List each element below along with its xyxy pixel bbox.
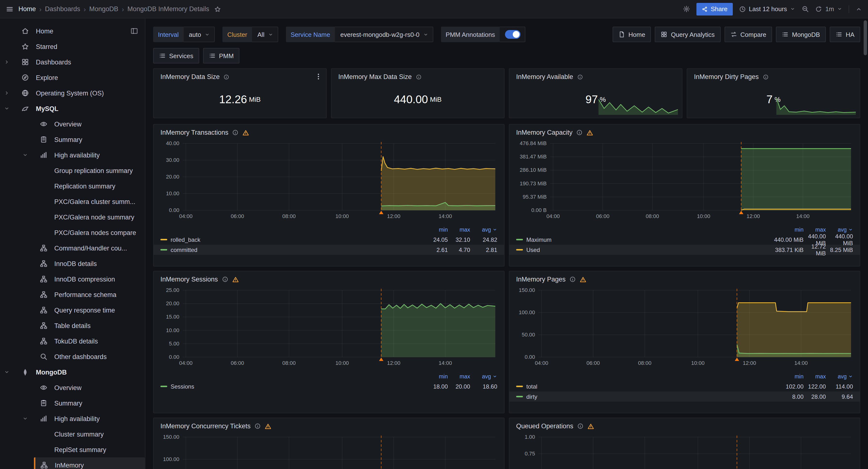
sidebar-item-operating-system-os[interactable]: Operating System (OS) xyxy=(0,85,145,101)
home-button[interactable]: Home xyxy=(612,27,651,42)
chevron-right-icon[interactable] xyxy=(4,90,20,96)
legend-sort-max[interactable]: max xyxy=(804,374,826,379)
legend-sort-avg[interactable]: avg xyxy=(826,227,853,232)
series-name[interactable]: committed xyxy=(170,246,197,253)
warning-icon[interactable] xyxy=(265,423,271,430)
sidebar-item-dashboards[interactable]: Dashboards xyxy=(0,54,145,70)
sidebar-item-inmemory[interactable]: InMemory xyxy=(34,457,145,469)
sidebar-item-innodb-compression[interactable]: InnoDB compression xyxy=(0,271,145,287)
legend-sort-min[interactable]: min xyxy=(418,374,448,379)
panel-title[interactable]: InMemory Capacity xyxy=(516,129,572,136)
annotation-marker[interactable] xyxy=(379,357,383,361)
pmm-button[interactable]: PMM xyxy=(203,48,240,63)
legend-sort-avg[interactable]: avg xyxy=(470,227,497,232)
sidebar-item-replset-summary[interactable]: ReplSet summary xyxy=(0,442,145,457)
annotation-marker[interactable] xyxy=(735,357,739,361)
series-name[interactable]: Maximum xyxy=(526,236,552,243)
legend-sort-min[interactable]: min xyxy=(418,227,448,232)
services-button[interactable]: Services xyxy=(153,48,199,63)
panel-title[interactable]: InMemory Data Size xyxy=(160,73,220,81)
info-icon[interactable] xyxy=(577,129,583,136)
sidebar-item-high-availability[interactable]: High availability xyxy=(0,147,145,163)
chevron-right-icon[interactable] xyxy=(4,59,20,65)
chart-plot[interactable]: 0.751.0004:0006:0008:0010:0012:0014:00 xyxy=(514,432,856,469)
info-icon[interactable] xyxy=(577,74,583,80)
series-name[interactable]: dirty xyxy=(526,393,537,400)
query-analytics-button[interactable]: Query Analytics xyxy=(655,27,721,42)
info-icon[interactable] xyxy=(222,276,228,282)
chart-plot[interactable]: 100.00150.0004:0006:0008:0010:0012:0014:… xyxy=(158,432,500,469)
sidebar-item-mongodb[interactable]: MongoDB xyxy=(0,364,145,380)
sidebar-item-overview[interactable]: Overview xyxy=(0,116,145,132)
warning-icon[interactable] xyxy=(580,276,586,283)
legend-sort-min[interactable]: min xyxy=(774,374,804,379)
panel-title[interactable]: InMemory Transactions xyxy=(160,129,228,136)
sidebar-item-tokudb-details[interactable]: TokuDB details xyxy=(0,333,145,349)
panel-title[interactable]: Queued Operations xyxy=(516,423,574,430)
info-icon[interactable] xyxy=(254,423,261,429)
sidebar-item-mysql[interactable]: MySQL xyxy=(0,101,145,116)
cluster-select[interactable]: All xyxy=(252,27,278,42)
sidebar-item-pxc-galera-cluster-summ[interactable]: PXC/Galera cluster summ... xyxy=(0,194,145,209)
time-range-picker[interactable]: Last 12 hours xyxy=(739,5,795,12)
ha-button[interactable]: HA xyxy=(830,27,860,42)
chart-plot[interactable]: 0.0010.0020.0030.0040.0004:0006:0008:001… xyxy=(158,138,500,225)
sidebar-item-high-availability[interactable]: High availability xyxy=(0,411,145,426)
sidebar-item-group-replication-summary[interactable]: Group replication summary xyxy=(0,163,145,178)
scrollbar-thumb[interactable] xyxy=(864,20,867,55)
breadcrumb-item-current[interactable]: MongoDB InMemory Details xyxy=(127,5,209,12)
panel-title[interactable]: InMemory Max Data Size xyxy=(338,73,412,81)
sidebar-item-pxc-galera-node-summary[interactable]: PXC/Galera node summary xyxy=(0,209,145,225)
chevron-down-icon[interactable] xyxy=(22,416,39,421)
panel-title[interactable]: InMemory Sessions xyxy=(160,276,218,283)
info-icon[interactable] xyxy=(232,129,239,136)
warning-icon[interactable] xyxy=(243,129,249,136)
compare-button[interactable]: Compare xyxy=(724,27,772,42)
sidebar-item-home[interactable]: Home xyxy=(0,23,145,39)
collapse-topbar-button[interactable] xyxy=(856,6,862,12)
sidebar-item-other-dashboards[interactable]: Other dashboards xyxy=(0,349,145,364)
sidebar-item-summary[interactable]: Summary xyxy=(0,395,145,411)
sidebar-item-innodb-details[interactable]: InnoDB details xyxy=(0,256,145,271)
breadcrumb-item-home[interactable]: Home xyxy=(19,5,36,12)
chart-plot[interactable]: 0.005.0010.0015.0020.0025.0004:0006:0008… xyxy=(158,285,500,372)
legend-sort-avg[interactable]: avg xyxy=(826,374,853,379)
annotation-marker[interactable] xyxy=(379,211,383,214)
annotation-marker[interactable] xyxy=(739,211,743,214)
zoom-out-button[interactable] xyxy=(802,5,809,12)
warning-icon[interactable] xyxy=(587,423,594,430)
sidebar-item-starred[interactable]: Starred xyxy=(0,39,145,54)
sidebar-item-summary[interactable]: Summary xyxy=(0,132,145,147)
sidebar-item-pxc-galera-nodes-compare[interactable]: PXC/Galera nodes compare xyxy=(0,225,145,240)
chevron-down-icon[interactable] xyxy=(22,152,39,158)
panel-title[interactable]: InMemory Available xyxy=(516,73,573,81)
legend-sort-max[interactable]: max xyxy=(448,227,470,232)
info-icon[interactable] xyxy=(569,276,576,282)
dashboard-settings-button[interactable] xyxy=(683,5,690,12)
panel-title[interactable]: InMemory Dirty Pages xyxy=(694,73,759,81)
dock-icon[interactable] xyxy=(130,27,138,35)
info-icon[interactable] xyxy=(415,74,422,80)
menu-toggle-button[interactable] xyxy=(6,5,13,13)
sidebar-item-query-response-time[interactable]: Query response time xyxy=(0,302,145,318)
refresh-interval-picker[interactable]: 1m xyxy=(825,5,842,12)
panel-title[interactable]: InMemory Pages xyxy=(516,276,565,283)
mongodb-button[interactable]: MongoDB xyxy=(776,27,826,42)
sidebar-item-command-handler-cou[interactable]: Command/Handler cou... xyxy=(0,240,145,256)
favorite-star-button[interactable] xyxy=(214,6,221,12)
sidebar-item-explore[interactable]: Explore xyxy=(0,70,145,85)
series-name[interactable]: total xyxy=(526,383,537,390)
legend-sort-max[interactable]: max xyxy=(448,374,470,379)
pmm-annotations-toggle[interactable] xyxy=(500,27,526,42)
panel-menu-icon[interactable] xyxy=(314,73,322,81)
warning-icon[interactable] xyxy=(587,129,593,136)
sidebar-item-performance-schema[interactable]: Performance schema xyxy=(0,287,145,302)
sidebar-item-overview[interactable]: Overview xyxy=(0,380,145,395)
refresh-button[interactable] xyxy=(815,6,822,12)
series-name[interactable]: Sessions xyxy=(170,383,194,390)
breadcrumb-item-dashboards[interactable]: Dashboards xyxy=(45,5,80,12)
info-icon[interactable] xyxy=(763,74,768,80)
chart-plot[interactable]: 0.00 B95.37 MiB190.73 MiB286.10 MiB381.4… xyxy=(514,138,856,225)
series-name[interactable]: Used xyxy=(526,246,540,253)
legend-sort-max[interactable]: max xyxy=(804,227,826,232)
